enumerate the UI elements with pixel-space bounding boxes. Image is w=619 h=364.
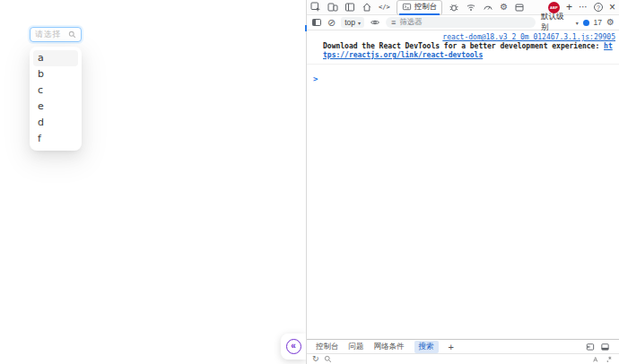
console-message: Download the React DevTools for a better…	[323, 42, 615, 60]
console-settings-gear-icon[interactable]: ⚙	[606, 18, 615, 27]
elements-panel-icon[interactable]: </>	[379, 4, 390, 11]
regex-icon[interactable]	[605, 355, 614, 364]
performance-gauge-icon[interactable]	[483, 2, 493, 13]
console-log-area: react-dom@18.v3_2_0m_012467.3.1.js:29905…	[307, 30, 619, 85]
console-prompt[interactable]: >	[307, 65, 619, 85]
double-chevron-left-icon: «	[286, 339, 301, 354]
issues-indicator-icon[interactable]	[583, 20, 589, 26]
device-toolbar-icon[interactable]	[327, 2, 338, 13]
home-icon[interactable]	[362, 2, 372, 13]
log-level-selector[interactable]: 默认级别	[541, 12, 571, 33]
filter-placeholder: 筛选器	[399, 17, 423, 28]
application-icon[interactable]	[514, 2, 525, 13]
drawer-tab-network-conditions[interactable]: 网络条件	[374, 342, 405, 352]
select-option[interactable]: a	[33, 50, 78, 66]
drawer-tab-search[interactable]: 搜索	[414, 341, 439, 353]
filter-icon: ≡	[391, 19, 396, 27]
page-content: 请选择 a b c e d f «	[0, 0, 306, 364]
select-dropdown: a b c e d f	[30, 47, 82, 151]
select-option[interactable]: f	[33, 131, 78, 147]
select-option[interactable]: c	[33, 82, 78, 99]
focus-panel-icon[interactable]	[344, 2, 355, 13]
drawer-tab-issues[interactable]: 问题	[349, 342, 364, 352]
prompt-chevron-icon: >	[313, 74, 318, 83]
tab-console-label: 控制台	[414, 2, 438, 13]
pop-out-icon[interactable]	[585, 342, 595, 351]
chevron-down-icon: ▾	[576, 20, 579, 26]
drawer-tab-console[interactable]: 控制台	[316, 342, 339, 352]
live-expression-eye-icon[interactable]	[370, 17, 380, 28]
collapse-button[interactable]: «	[281, 334, 306, 360]
drawer-add-tab-icon[interactable]: +	[449, 342, 454, 352]
drawer-tab-bar: 控制台 问题 网络条件 搜索 +	[307, 340, 619, 353]
settings-gear-icon[interactable]: ⚙	[500, 3, 508, 12]
network-icon[interactable]	[466, 2, 476, 13]
tab-console[interactable]: 控制台	[397, 0, 443, 15]
select-option[interactable]: e	[33, 99, 78, 115]
console-message-text: Download the React DevTools for a better…	[323, 42, 599, 50]
more-options-icon[interactable]: ⋯	[579, 3, 588, 12]
search-icon	[324, 355, 332, 363]
match-case-icon[interactable]	[592, 355, 601, 364]
console-sidebar-toggle-icon[interactable]	[311, 17, 322, 28]
select-option[interactable]: d	[33, 115, 78, 131]
context-selector[interactable]: top ▾	[341, 17, 364, 28]
select-input[interactable]: 请选择	[30, 27, 82, 42]
select-option[interactable]: b	[33, 66, 78, 82]
filter-input[interactable]: ≡ 筛选器	[386, 17, 536, 28]
search-panel-toolbar: ↻	[307, 353, 619, 364]
select-placeholder: 请选择	[35, 29, 61, 40]
clear-console-icon[interactable]: ⊘	[327, 18, 336, 28]
console-toolbar: ⊘ top ▾ ≡ 筛选器 默认级别 ▾ 17 ⚙	[307, 15, 619, 30]
inspect-element-icon[interactable]	[310, 2, 321, 13]
search-icon	[68, 30, 76, 39]
refresh-icon[interactable]: ↻	[312, 355, 319, 363]
console-panel-icon	[402, 2, 412, 12]
dock-panel-icon[interactable]	[600, 342, 610, 351]
devtools-panel: </> 控制台	[307, 0, 619, 364]
debug-bug-icon[interactable]	[449, 2, 459, 13]
issues-count: 17	[594, 18, 602, 27]
chevron-down-icon: ▾	[358, 20, 361, 26]
console-message-row: react-dom@18.v3_2_0m_012467.3.1.js:29905…	[307, 30, 619, 65]
help-icon[interactable]: ?	[594, 3, 603, 12]
devtools-drawer: 控制台 问题 网络条件 搜索 +	[307, 339, 619, 364]
source-location-link[interactable]: react-dom@18.v3_2_0m_012467.3.1.js:29905	[323, 33, 615, 41]
